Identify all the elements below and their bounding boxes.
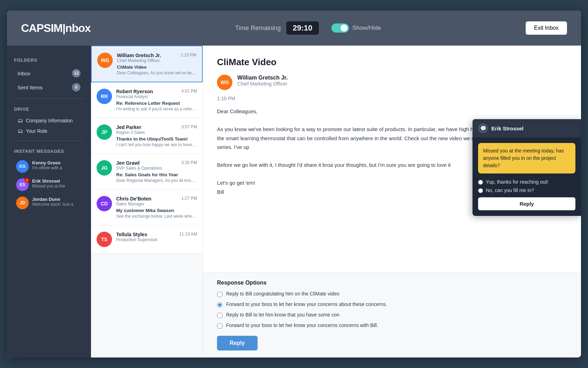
email-avatar-jg: JG (97, 160, 112, 176)
header-center: Time Remaining 29:10 Show/Hide (91, 21, 526, 35)
email-preview-cd: See the exchange below. Last week when I… (116, 214, 197, 219)
im-name-kenny: Kenny Green (32, 160, 82, 165)
email-avatar-rr: RR (97, 89, 112, 104)
email-timestamp: 1:10 PM (217, 96, 567, 101)
email-content-ts: Tellula Styles Production Supervisor 11:… (116, 232, 197, 247)
email-time-jg: 3:30 PM (181, 160, 197, 165)
response-radio-2[interactable] (217, 302, 223, 308)
response-radio-4[interactable] (217, 323, 223, 329)
show-hide-toggle[interactable] (331, 23, 349, 33)
avatar-jordan: JD (16, 197, 29, 209)
im-info-erik: Erik Strossel Missed you at the (32, 178, 82, 189)
email-content-rr: Robert Ryerson Financial Analyst 4:01 PM… (116, 89, 197, 111)
reply-button[interactable]: Reply (217, 336, 258, 350)
from-role: Chief Marketing Officer (237, 81, 288, 87)
from-info: William Gretsch Jr. Chief Marketing Offi… (237, 75, 288, 87)
email-time-cd: 1:27 PM (181, 196, 197, 201)
email-sender-info-cd: Chris De'Boten Sales Manager (116, 196, 152, 206)
email-sender-info-wg: William Gretsch Jr. Chief Marketing Offi… (117, 53, 161, 63)
email-role-ts: Production Supervisor (116, 237, 158, 242)
email-item-rr[interactable]: RR Robert Ryerson Financial Analyst 4:01… (91, 82, 203, 118)
chat-popup-header: 💬 Erik Strossel (472, 119, 581, 137)
response-radio-3[interactable] (217, 313, 223, 318)
email-role-wg: Chief Marketing Officer (117, 58, 161, 63)
email-avatar-jp: JP (97, 124, 112, 140)
from-name: William Gretsch Jr. (237, 75, 288, 81)
email-subject-wg: CliMate Video (117, 64, 196, 70)
email-item-cd[interactable]: CD Chris De'Boten Sales Manager 1:27 PM … (91, 190, 203, 225)
email-greeting: Dear Colleagues, (217, 107, 567, 116)
email-subject-jg: Re: Sales Goals for this Year (116, 172, 197, 177)
response-label-3: Reply to Bill to let him know that you h… (226, 312, 340, 318)
email-sender-info-rr: Robert Ryerson Financial Analyst (116, 89, 153, 99)
email-role-rr: Financial Analyst (116, 94, 153, 99)
folder-icon-role: 🗂 (18, 128, 23, 134)
email-sender-info-ts: Tellula Styles Production Supervisor (116, 232, 158, 242)
email-view-title: CliMate Video (217, 57, 567, 68)
drive-item-role[interactable]: 🗂 Your Role (14, 126, 84, 136)
chat-radio-2[interactable] (478, 188, 483, 193)
chat-reply-button[interactable]: Reply (478, 197, 575, 210)
email-item-wg[interactable]: WG William Gretsch Jr. Chief Marketing O… (91, 46, 203, 82)
response-option-2[interactable]: Forward to your boss to let her know you… (217, 301, 567, 308)
im-preview-erik: Missed you at the (32, 184, 82, 189)
email-role-jp: Region 3 Sales (116, 130, 145, 135)
response-option-3[interactable]: Reply to Bill to let him know that you h… (217, 312, 567, 318)
sidebar-item-inbox[interactable]: Inbox 12 (14, 66, 84, 80)
email-item-jp[interactable]: JP Jed Parker Region 3 Sales 3:57 PM Tha… (91, 118, 203, 154)
chat-icon: 💬 (478, 123, 488, 133)
email-preview-jg: Dear Regional Managers, As you all know,… (116, 178, 197, 183)
email-sender-wg: William Gretsch Jr. (117, 53, 161, 58)
toggle-area: Show/Hide (331, 23, 381, 33)
email-item-jg[interactable]: JG Jen Grawl SVP Sales & Operations 3:30… (91, 154, 203, 190)
email-header-wg: William Gretsch Jr. Chief Marketing Offi… (117, 53, 196, 63)
email-content-jp: Jed Parker Region 3 Sales 3:57 PM Thanks… (116, 124, 197, 147)
sent-label: Sent Items (18, 84, 43, 90)
email-role-cd: Sales Manager (116, 202, 152, 206)
email-preview-wg: Dear Colleagues, As you know we've been … (117, 70, 196, 75)
email-header-cd: Chris De'Boten Sales Manager 1:27 PM (116, 196, 197, 206)
avatar-erik: ES 1 (16, 178, 29, 191)
im-section-title: Instant Messages (14, 149, 84, 154)
im-preview-jordan: Welcome back! Just a (32, 202, 82, 207)
drive-item-company[interactable]: 🗂 Company Information (14, 115, 84, 126)
im-item-kenny[interactable]: KG Kenny Green I'm offsite with a (14, 157, 84, 176)
im-name-jordan: Jordan Dunn (32, 197, 82, 202)
email-avatar-ts: TS (97, 232, 112, 247)
email-item-ts[interactable]: TS Tellula Styles Production Supervisor … (91, 225, 203, 254)
email-preview-jp: I can't tell you how happy we are to hav… (116, 142, 197, 147)
sent-badge: 0 (72, 83, 80, 91)
im-info-kenny: Kenny Green I'm offsite with a (32, 160, 82, 170)
sidebar-item-sent[interactable]: Sent Items 0 (14, 80, 84, 94)
email-view: CliMate Video WG William Gretsch Jr. Chi… (203, 46, 581, 357)
response-radio-1[interactable] (217, 292, 223, 297)
drive-company-label: Company Information (26, 118, 73, 123)
email-subject-cd: My customer Mika Swason (116, 208, 197, 213)
email-sender-ts: Tellula Styles (116, 232, 158, 237)
chat-response-1[interactable]: Yup, thanks for reaching out! (478, 179, 575, 185)
exit-inbox-button[interactable]: Exit Inbox (526, 21, 567, 35)
from-avatar: WG (217, 75, 232, 90)
chat-radio-1[interactable] (478, 180, 483, 185)
chat-popup: 💬 Erik Strossel Missed you at the meetin… (472, 119, 581, 216)
response-label-1: Reply to Bill congratulating him on the … (226, 291, 340, 297)
app-logo: CAPSIM|nbox (21, 22, 91, 35)
email-header-jp: Jed Parker Region 3 Sales 3:57 PM (116, 124, 197, 135)
im-item-erik[interactable]: ES 1 Erik Strossel Missed you at the (14, 176, 84, 194)
email-time-jp: 3:57 PM (181, 124, 197, 129)
notification-dot-erik: 1 (24, 178, 29, 183)
response-option-1[interactable]: Reply to Bill congratulating him on the … (217, 291, 567, 297)
email-role-jg: SVP Sales & Operations (116, 166, 162, 171)
response-option-4[interactable]: Forward to your boss to let her know you… (217, 322, 567, 329)
email-sender-info-jg: Jen Grawl SVP Sales & Operations (116, 160, 162, 171)
email-header-ts: Tellula Styles Production Supervisor 11:… (116, 232, 197, 242)
email-list: WG William Gretsch Jr. Chief Marketing O… (91, 46, 203, 357)
folders-section-title: Folders (14, 57, 84, 63)
drive-section-title: Drive (14, 107, 84, 112)
chat-popup-body: Missed you at the meeting today, has any… (472, 137, 581, 216)
email-avatar-cd: CD (97, 196, 112, 211)
chat-response-2[interactable]: No, can you fill me in? (478, 188, 575, 193)
email-subject-rr: Re: Reference Letter Request (116, 101, 197, 106)
im-item-jordan[interactable]: JD Jordan Dunn Welcome back! Just a (14, 194, 84, 212)
email-time-ts: 11:15 AM (179, 232, 197, 237)
